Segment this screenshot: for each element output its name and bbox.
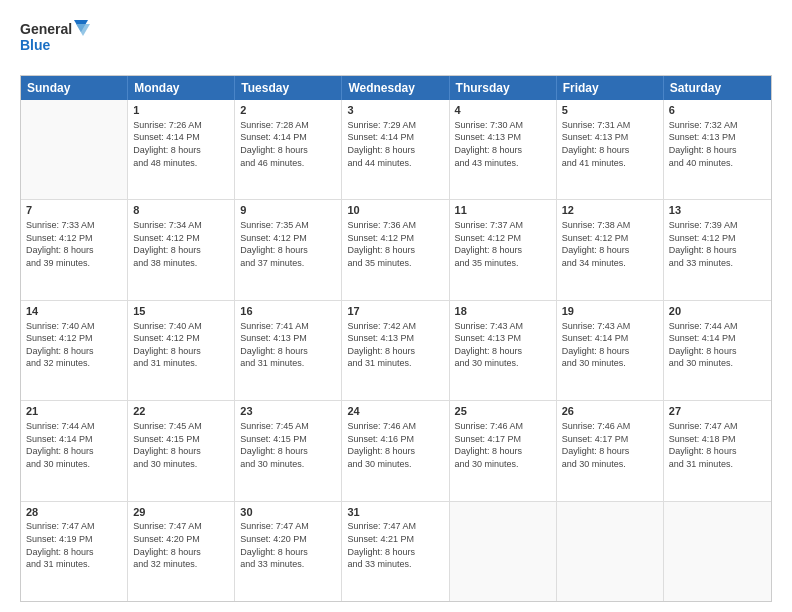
week-row: 1Sunrise: 7:26 AM Sunset: 4:14 PM Daylig… [21, 100, 771, 200]
calendar-cell: 27Sunrise: 7:47 AM Sunset: 4:18 PM Dayli… [664, 401, 771, 500]
cell-day-number: 13 [669, 203, 766, 218]
day-header: Saturday [664, 76, 771, 100]
cell-info: Sunrise: 7:37 AM Sunset: 4:12 PM Dayligh… [455, 219, 551, 269]
calendar-cell: 31Sunrise: 7:47 AM Sunset: 4:21 PM Dayli… [342, 502, 449, 601]
cell-day-number: 17 [347, 304, 443, 319]
svg-text:Blue: Blue [20, 37, 51, 53]
calendar-cell: 26Sunrise: 7:46 AM Sunset: 4:17 PM Dayli… [557, 401, 664, 500]
cell-day-number: 2 [240, 103, 336, 118]
calendar-cell: 25Sunrise: 7:46 AM Sunset: 4:17 PM Dayli… [450, 401, 557, 500]
cell-info: Sunrise: 7:42 AM Sunset: 4:13 PM Dayligh… [347, 320, 443, 370]
cell-day-number: 15 [133, 304, 229, 319]
calendar-cell: 23Sunrise: 7:45 AM Sunset: 4:15 PM Dayli… [235, 401, 342, 500]
calendar-cell [450, 502, 557, 601]
cell-info: Sunrise: 7:44 AM Sunset: 4:14 PM Dayligh… [26, 420, 122, 470]
svg-marker-3 [76, 24, 90, 36]
day-header: Sunday [21, 76, 128, 100]
cell-info: Sunrise: 7:46 AM Sunset: 4:17 PM Dayligh… [562, 420, 658, 470]
cell-info: Sunrise: 7:44 AM Sunset: 4:14 PM Dayligh… [669, 320, 766, 370]
calendar-cell: 11Sunrise: 7:37 AM Sunset: 4:12 PM Dayli… [450, 200, 557, 299]
weeks: 1Sunrise: 7:26 AM Sunset: 4:14 PM Daylig… [21, 100, 771, 601]
cell-info: Sunrise: 7:40 AM Sunset: 4:12 PM Dayligh… [26, 320, 122, 370]
calendar-cell: 5Sunrise: 7:31 AM Sunset: 4:13 PM Daylig… [557, 100, 664, 199]
calendar-page: General Blue SundayMondayTuesdayWednesda… [0, 0, 792, 612]
calendar-cell: 12Sunrise: 7:38 AM Sunset: 4:12 PM Dayli… [557, 200, 664, 299]
calendar-cell: 28Sunrise: 7:47 AM Sunset: 4:19 PM Dayli… [21, 502, 128, 601]
cell-day-number: 28 [26, 505, 122, 520]
header: General Blue [20, 18, 772, 63]
calendar-cell: 10Sunrise: 7:36 AM Sunset: 4:12 PM Dayli… [342, 200, 449, 299]
cell-info: Sunrise: 7:29 AM Sunset: 4:14 PM Dayligh… [347, 119, 443, 169]
day-header: Monday [128, 76, 235, 100]
cell-day-number: 21 [26, 404, 122, 419]
cell-info: Sunrise: 7:40 AM Sunset: 4:12 PM Dayligh… [133, 320, 229, 370]
cell-day-number: 30 [240, 505, 336, 520]
calendar-cell: 4Sunrise: 7:30 AM Sunset: 4:13 PM Daylig… [450, 100, 557, 199]
cell-info: Sunrise: 7:34 AM Sunset: 4:12 PM Dayligh… [133, 219, 229, 269]
calendar-cell: 24Sunrise: 7:46 AM Sunset: 4:16 PM Dayli… [342, 401, 449, 500]
cell-info: Sunrise: 7:46 AM Sunset: 4:17 PM Dayligh… [455, 420, 551, 470]
svg-text:General: General [20, 21, 72, 37]
calendar-cell: 3Sunrise: 7:29 AM Sunset: 4:14 PM Daylig… [342, 100, 449, 199]
calendar-cell: 30Sunrise: 7:47 AM Sunset: 4:20 PM Dayli… [235, 502, 342, 601]
cell-day-number: 10 [347, 203, 443, 218]
cell-info: Sunrise: 7:43 AM Sunset: 4:14 PM Dayligh… [562, 320, 658, 370]
cell-day-number: 6 [669, 103, 766, 118]
calendar-cell [664, 502, 771, 601]
cell-info: Sunrise: 7:31 AM Sunset: 4:13 PM Dayligh… [562, 119, 658, 169]
cell-day-number: 14 [26, 304, 122, 319]
cell-day-number: 26 [562, 404, 658, 419]
day-header: Thursday [450, 76, 557, 100]
cell-info: Sunrise: 7:36 AM Sunset: 4:12 PM Dayligh… [347, 219, 443, 269]
cell-day-number: 31 [347, 505, 443, 520]
cell-day-number: 5 [562, 103, 658, 118]
calendar-cell: 8Sunrise: 7:34 AM Sunset: 4:12 PM Daylig… [128, 200, 235, 299]
calendar-cell [21, 100, 128, 199]
calendar-cell: 22Sunrise: 7:45 AM Sunset: 4:15 PM Dayli… [128, 401, 235, 500]
cell-info: Sunrise: 7:47 AM Sunset: 4:19 PM Dayligh… [26, 520, 122, 570]
cell-day-number: 7 [26, 203, 122, 218]
cell-day-number: 20 [669, 304, 766, 319]
cell-day-number: 9 [240, 203, 336, 218]
logo: General Blue [20, 18, 90, 63]
cell-day-number: 25 [455, 404, 551, 419]
calendar-cell: 7Sunrise: 7:33 AM Sunset: 4:12 PM Daylig… [21, 200, 128, 299]
week-row: 21Sunrise: 7:44 AM Sunset: 4:14 PM Dayli… [21, 401, 771, 501]
calendar-cell: 29Sunrise: 7:47 AM Sunset: 4:20 PM Dayli… [128, 502, 235, 601]
week-row: 14Sunrise: 7:40 AM Sunset: 4:12 PM Dayli… [21, 301, 771, 401]
cell-info: Sunrise: 7:45 AM Sunset: 4:15 PM Dayligh… [240, 420, 336, 470]
cell-day-number: 27 [669, 404, 766, 419]
day-header: Tuesday [235, 76, 342, 100]
calendar-cell: 21Sunrise: 7:44 AM Sunset: 4:14 PM Dayli… [21, 401, 128, 500]
cell-day-number: 4 [455, 103, 551, 118]
calendar-cell: 13Sunrise: 7:39 AM Sunset: 4:12 PM Dayli… [664, 200, 771, 299]
cell-day-number: 12 [562, 203, 658, 218]
cell-day-number: 1 [133, 103, 229, 118]
cell-day-number: 22 [133, 404, 229, 419]
cell-info: Sunrise: 7:38 AM Sunset: 4:12 PM Dayligh… [562, 219, 658, 269]
cell-day-number: 11 [455, 203, 551, 218]
calendar-cell: 19Sunrise: 7:43 AM Sunset: 4:14 PM Dayli… [557, 301, 664, 400]
logo-svg: General Blue [20, 18, 90, 63]
cell-info: Sunrise: 7:28 AM Sunset: 4:14 PM Dayligh… [240, 119, 336, 169]
day-header: Friday [557, 76, 664, 100]
calendar-cell: 1Sunrise: 7:26 AM Sunset: 4:14 PM Daylig… [128, 100, 235, 199]
cell-info: Sunrise: 7:26 AM Sunset: 4:14 PM Dayligh… [133, 119, 229, 169]
calendar-cell: 15Sunrise: 7:40 AM Sunset: 4:12 PM Dayli… [128, 301, 235, 400]
cell-info: Sunrise: 7:39 AM Sunset: 4:12 PM Dayligh… [669, 219, 766, 269]
calendar-cell: 18Sunrise: 7:43 AM Sunset: 4:13 PM Dayli… [450, 301, 557, 400]
cell-day-number: 23 [240, 404, 336, 419]
cell-info: Sunrise: 7:47 AM Sunset: 4:21 PM Dayligh… [347, 520, 443, 570]
calendar-cell: 9Sunrise: 7:35 AM Sunset: 4:12 PM Daylig… [235, 200, 342, 299]
cell-day-number: 3 [347, 103, 443, 118]
day-headers: SundayMondayTuesdayWednesdayThursdayFrid… [21, 76, 771, 100]
cell-info: Sunrise: 7:47 AM Sunset: 4:18 PM Dayligh… [669, 420, 766, 470]
cell-info: Sunrise: 7:45 AM Sunset: 4:15 PM Dayligh… [133, 420, 229, 470]
calendar-cell: 20Sunrise: 7:44 AM Sunset: 4:14 PM Dayli… [664, 301, 771, 400]
cell-info: Sunrise: 7:47 AM Sunset: 4:20 PM Dayligh… [133, 520, 229, 570]
calendar-cell: 14Sunrise: 7:40 AM Sunset: 4:12 PM Dayli… [21, 301, 128, 400]
calendar-cell [557, 502, 664, 601]
calendar-cell: 16Sunrise: 7:41 AM Sunset: 4:13 PM Dayli… [235, 301, 342, 400]
calendar-cell: 17Sunrise: 7:42 AM Sunset: 4:13 PM Dayli… [342, 301, 449, 400]
cell-day-number: 18 [455, 304, 551, 319]
